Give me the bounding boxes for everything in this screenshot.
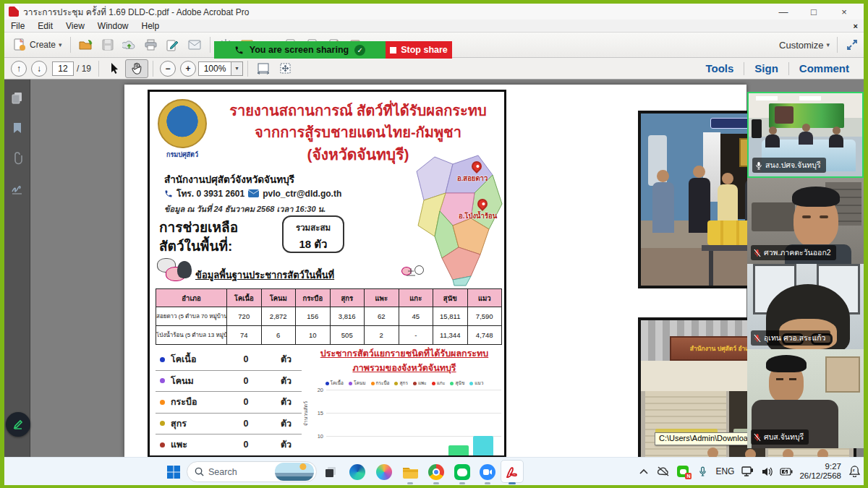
email-address: pvlo_ctr@dld.go.th [263,189,341,199]
toolbar-close-icon[interactable]: × [854,22,864,30]
list-item: สุกร0ตัว [156,414,302,435]
page-thumbnails-icon[interactable] [11,91,24,104]
search-highlight-image[interactable] [275,463,314,481]
fit-page-button[interactable] [274,59,296,78]
stop-share-button[interactable]: Stop share [386,41,452,59]
fill-sign-button[interactable] [162,35,184,54]
zoom-app-button[interactable] [477,462,498,482]
volume-icon[interactable] [760,465,773,478]
office-name: สำนักงานปศุสัตว์จังหวัดจันทบุรี [164,171,294,187]
attachments-icon[interactable] [11,152,24,165]
map-pin-label-1: อ.สอยดาว [457,173,488,184]
email-button[interactable] [184,35,205,54]
file-explorer-icon [402,465,419,479]
zoom-dropdown-icon[interactable]: ▾ [231,61,243,76]
select-tool-button[interactable] [103,59,125,78]
bullet-icon [160,378,165,383]
participant-tile[interactable]: ศบส.จันทบุรี [747,349,864,448]
chart-title-line1: ประชากรสัตว์แยกรายชนิดที่ได้รับผลกระทบ [303,346,506,361]
language-indicator[interactable]: ENG [715,466,734,476]
help-heading-line2: สัตว์ในพื้นที่: [159,235,232,257]
customize-button[interactable]: Customize [779,40,823,51]
zoom-level-input[interactable]: 100% [198,61,231,76]
notification-bell-icon[interactable]: z [848,465,861,478]
table-row: โป่งน้ำร้อน (5 ตำบล 13 หมู่บ้าน)74 610 5… [156,326,502,345]
share-frame-bottom [0,485,868,488]
bookmarks-icon[interactable] [11,121,24,134]
save-floppy-icon [101,38,115,52]
chrome-button[interactable] [426,462,446,482]
tray-date: 26/12/2568 [799,471,841,481]
bullet-icon [160,442,165,448]
cursor-icon [107,61,122,76]
cast-display-icon[interactable] [741,465,754,478]
page-number-input[interactable]: 12 [52,61,74,76]
menu-help[interactable]: Help [135,21,166,31]
menu-window[interactable]: Window [91,21,135,31]
copilot-button[interactable] [374,462,394,482]
participant-tile[interactable]: ศวพ.ภาคตะวันออก2 [747,178,864,264]
line-notification-icon[interactable]: N [676,465,689,478]
pencil-icon [12,419,24,430]
hidden-icons-chevron[interactable] [637,465,650,478]
total-label: รวมสะสม [284,221,343,234]
table-header-row: อำเภอโคเนื้อ โคนมกระบือ สุกรแพะ แกะสุนัข… [156,289,502,307]
microphone-icon[interactable] [696,465,709,478]
windows-logo-icon [166,465,181,479]
mic-muted-icon [754,334,761,343]
screen-share-bar: You are screen sharing ✓ Stop share [214,41,452,59]
annotate-pencil-button[interactable] [6,412,30,437]
create-button[interactable]: Create ▾ [9,35,66,54]
stop-share-label: Stop share [401,45,448,55]
file-explorer-button[interactable] [400,462,420,482]
chart-legend: โคเนื้อ โคนม กระบือ สุกร แพะ แกะ สุนัข แ… [303,380,506,387]
farm-animals-illustration [156,257,195,286]
edge-button[interactable] [347,462,367,482]
task-view-button[interactable] [320,462,341,482]
mic-muted-icon [754,249,761,257]
y-tick: 15 [309,410,323,416]
participant-tile[interactable]: สนง.ปศจ.จันทบุรี [747,92,864,178]
open-button[interactable] [75,35,97,54]
restore-button[interactable]: □ [799,7,829,17]
infographic: กรมปศุสัตว์ รายงานสถานการณ์ สัตว์ที่ได้ร… [148,90,506,457]
previous-page-button[interactable]: ↑ [11,61,27,77]
save-button[interactable] [97,35,119,54]
zoom-in-button[interactable]: + [180,61,196,77]
tab-sign[interactable]: Sign [744,62,788,74]
hand-tool-button[interactable] [125,59,148,78]
search-input[interactable]: Search [187,461,317,482]
expand-pane-icon[interactable] [845,38,859,52]
acrobat-taskbar-icon[interactable] [502,462,522,482]
map-pin-label-2: อ.โป่งน้ำร้อน [459,210,497,221]
upload-cloud-button[interactable] [119,35,140,54]
clock[interactable]: 9:27 26/12/2568 [799,462,841,481]
pdf-page[interactable]: กรมปศุสัตว์ รายงานสถานการณ์ สัตว์ที่ได้ร… [124,85,746,457]
battery-icon[interactable] [780,465,793,478]
fit-width-button[interactable] [252,59,274,78]
participant-tile[interactable]: อุเทน ศวอ.สระแก้ว [747,264,864,349]
cloud-upload-icon [122,38,137,52]
onedrive-paused-icon[interactable] [657,465,670,478]
report-title-line2: จากการสู้รบชายแดนไทย-กัมพูชา [212,121,504,144]
line-icon [454,464,470,480]
close-button[interactable]: × [829,7,859,17]
start-button[interactable] [163,462,184,482]
tab-tools[interactable]: Tools [695,62,744,74]
bullet-icon [160,357,165,362]
zoom-out-button[interactable]: − [160,61,176,77]
total-value: 18 ตัว [284,236,343,253]
next-page-button[interactable]: ↓ [31,61,47,77]
search-icon [195,467,204,476]
report-title-line1: รายงานสถานการณ์ สัตว์ที่ได้รับผลกระทบ [212,99,504,122]
search-placeholder: Search [208,467,237,477]
minimize-button[interactable]: — [768,7,799,17]
line-button[interactable] [452,462,472,482]
menu-view[interactable]: View [59,21,91,31]
print-button[interactable] [140,35,162,54]
menu-file[interactable]: File [4,21,31,31]
tab-comment[interactable]: Comment [789,62,859,74]
menu-edit[interactable]: Edit [31,21,59,31]
screen: วาระการประชุม ครั้งที่ 1.69 DLD-C.pdf - … [0,0,868,488]
signatures-icon[interactable] [11,182,24,195]
